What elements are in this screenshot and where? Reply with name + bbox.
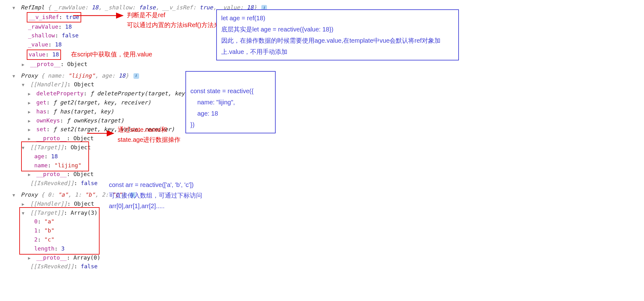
hdr-val: 18 [119, 72, 125, 79]
prop-key: length [34, 245, 54, 252]
prop-val: ƒ get2(target, key, receiver) [53, 99, 151, 106]
internal-val: Object [74, 81, 94, 88]
array-item-1[interactable]: 1: "b" [6, 226, 98, 235]
array-item-0[interactable]: 0: "a" [6, 217, 98, 226]
internal-label: [[IsRevoked]] [30, 180, 74, 186]
prop-key: deleteProperty [36, 90, 84, 97]
internal-label: [[Handler]] [30, 200, 67, 207]
internal-val: Array(3) [71, 209, 98, 216]
hdr-key: __v_isRef [162, 4, 193, 11]
internal-label: [[IsRevoked]] [30, 263, 74, 270]
prop-val: "b" [44, 227, 55, 234]
array-target-row[interactable]: [[Target]]: Array(3) [6, 208, 98, 217]
triangle-right-icon[interactable] [22, 61, 26, 68]
array-isrevoked[interactable]: [[IsRevoked]]: false [6, 262, 638, 271]
triangle-down-icon[interactable] [22, 81, 26, 88]
hdr-key: 1 [75, 191, 78, 198]
triangle-right-icon[interactable] [28, 117, 32, 124]
internal-label: [[Target]] [30, 209, 64, 216]
target-age[interactable]: age: 18 [6, 152, 82, 161]
internal-val: Object [71, 144, 91, 150]
array-proto[interactable]: __proto__: Array(0) [6, 253, 638, 262]
hdr-key: 2 [102, 191, 105, 198]
prop-val: ƒ has(target, key) [53, 108, 114, 115]
triangle-right-icon[interactable] [22, 201, 26, 208]
hdr-key: age [102, 72, 112, 79]
internal-label: [[Target]] [30, 144, 64, 150]
prop-key: __proto__ [36, 254, 67, 261]
prop-val: Object [73, 135, 94, 141]
array-length[interactable]: length: 3 [6, 244, 98, 253]
handler-row[interactable]: [[Handler]]: Object [6, 80, 638, 89]
hdr-key: _shallow [105, 4, 132, 11]
hdr-key: _rawValue [54, 4, 85, 11]
prop-key: has [36, 108, 47, 115]
prop-val: "a" [44, 218, 55, 225]
prop-key: age [34, 153, 44, 160]
class-name: RefImpl [21, 4, 44, 11]
prop-proto[interactable]: __proto__: Object [6, 60, 638, 69]
triangle-right-icon[interactable] [28, 135, 32, 142]
prop-key: _shallow [28, 32, 55, 39]
triangle-right-icon[interactable] [28, 255, 32, 261]
info-icon[interactable]: i [133, 73, 139, 79]
class-name: Proxy [21, 191, 38, 198]
triangle-down-icon[interactable] [22, 210, 26, 217]
internal-val: false [81, 263, 97, 270]
triangle-down-icon[interactable] [12, 73, 16, 79]
prop-val: 3 [61, 245, 65, 252]
triangle-down-icon[interactable] [12, 192, 16, 198]
hdr-val: true [199, 4, 213, 11]
prop-val: ƒ ownKeys(target) [67, 117, 124, 124]
prop-key: _value [28, 41, 48, 48]
prop-val: 18 [65, 23, 72, 30]
prop-key: value [29, 51, 45, 58]
hdr-val: "lijing" [68, 72, 95, 79]
prop-val: Object [73, 171, 94, 177]
prop-val: 18 [51, 153, 58, 160]
triangle-right-icon[interactable] [28, 126, 32, 133]
prop-val: Object [67, 61, 87, 67]
target-name[interactable]: name: "lijing" [6, 161, 82, 170]
prop-val: "lijing" [54, 162, 82, 169]
triangle-down-icon[interactable] [12, 4, 16, 11]
target-proto[interactable]: __proto__: Object [6, 170, 638, 179]
hdr-val: false [139, 4, 156, 11]
prop-key: __proto__ [36, 135, 67, 141]
proxy-object-block: Proxy { name: "lijing", age: 18} i [[Han… [6, 71, 638, 188]
prop-key: ownKeys [36, 117, 60, 124]
handler-set[interactable]: set: ƒ set2(target, key, value, receiver… [6, 125, 638, 134]
code-reactive-obj: const state = reactive({ name: "lijing",… [185, 71, 276, 133]
prop-key: 1 [34, 227, 38, 234]
prop-val: "c" [44, 236, 55, 243]
hdr-val: "b" [85, 191, 95, 198]
triangle-right-icon[interactable] [28, 108, 32, 115]
prop-key: _rawValue [28, 23, 58, 30]
prop-key: 2 [34, 236, 38, 243]
target-row[interactable]: [[Target]]: Object [6, 143, 638, 152]
annotation-array: const arr = reactive(['a', 'b', 'c']) 可直… [109, 179, 202, 211]
triangle-down-icon[interactable] [22, 144, 26, 151]
array-item-2[interactable]: 2: "c" [6, 235, 98, 244]
proxy-header[interactable]: Proxy { name: "lijing", age: 18} i [6, 71, 638, 80]
isrevoked-row[interactable]: [[IsRevoked]]: false [6, 179, 638, 188]
hdr-val: 18 [91, 4, 98, 11]
triangle-right-icon[interactable] [28, 90, 32, 97]
handler-get[interactable]: get: ƒ get2(target, key, receiver) [6, 98, 638, 107]
internal-label: [[Handler]] [30, 81, 67, 88]
prop-val: false [62, 32, 78, 39]
handler-ownkeys[interactable]: ownKeys: ƒ ownKeys(target) [6, 116, 638, 125]
handler-proto[interactable]: __proto__: Object [6, 134, 638, 143]
prop-key: get [36, 99, 47, 106]
array-handler-row[interactable]: [[Handler]]: Object [6, 199, 638, 208]
handler-delete[interactable]: deleteProperty: ƒ deleteProperty(target,… [6, 89, 638, 98]
prop-key: __proto__ [30, 61, 61, 67]
handler-has[interactable]: has: ƒ has(target, key) [6, 107, 638, 116]
hdr-val: "a" [58, 191, 68, 198]
triangle-right-icon[interactable] [28, 171, 32, 178]
proxy-array-header[interactable]: Proxy { 0: "a", 1: "b", 2: "c"} i [6, 190, 638, 199]
prop-val: true [66, 14, 79, 20]
class-name: Proxy [21, 72, 38, 79]
triangle-right-icon[interactable] [28, 99, 32, 106]
internal-val: Object [74, 200, 94, 207]
